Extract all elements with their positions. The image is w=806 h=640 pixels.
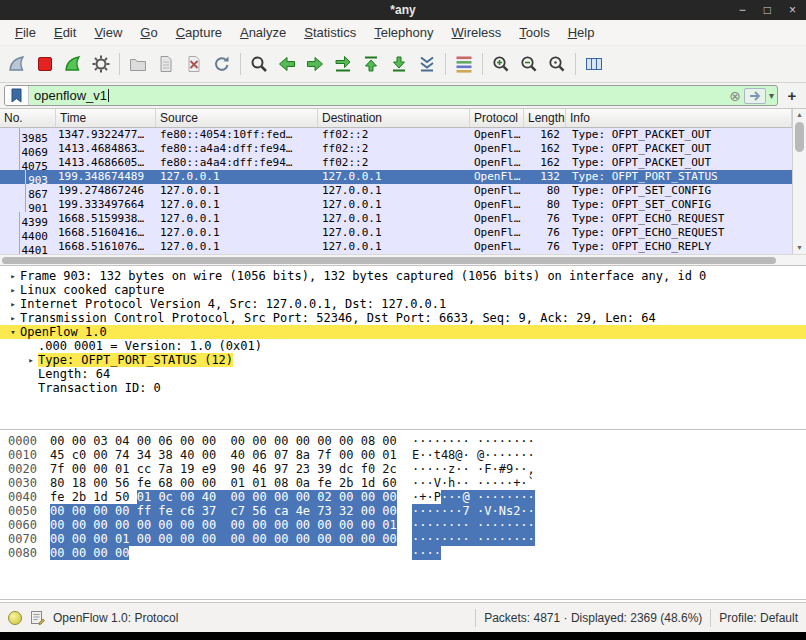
packet-row[interactable]: 44001668.5160416…127.0.0.1127.0.0.1OpenF…	[0, 226, 792, 240]
column-time[interactable]: Time	[56, 109, 156, 127]
filter-toolbar: openflow_v1 ⊗ ▾ +	[0, 83, 806, 109]
expander-placeholder	[24, 381, 38, 395]
go-to-packet-button[interactable]	[329, 50, 357, 78]
expander-collapsed-icon[interactable]	[6, 311, 20, 325]
detail-line-openflow[interactable]: OpenFlow 1.0	[0, 325, 806, 339]
hex-row[interactable]: 000000 00 03 04 00 06 00 00 00 00 00 00 …	[0, 434, 806, 448]
expander-collapsed-icon[interactable]	[6, 297, 20, 311]
stop-square-icon	[35, 54, 55, 74]
close-icon[interactable]: ×	[789, 0, 796, 20]
open-file-button[interactable]	[124, 50, 152, 78]
menu-analyze[interactable]: Analyze	[231, 22, 295, 43]
detail-line-version[interactable]: .000 0001 = Version: 1.0 (0x01)	[0, 339, 806, 353]
filter-bookmark-button[interactable]	[5, 86, 29, 105]
menu-edit[interactable]: Edit	[45, 22, 85, 43]
titlebar[interactable]: *any − □ ×	[0, 0, 806, 20]
packet-row[interactable]: 867199.274867246127.0.0.1127.0.0.1OpenFl…	[0, 184, 792, 198]
expander-collapsed-icon[interactable]	[6, 269, 20, 283]
restart-capture-button[interactable]	[59, 50, 87, 78]
zoom-in-button[interactable]	[487, 50, 515, 78]
expander-collapsed-icon[interactable]	[24, 353, 38, 367]
horizontal-scrollbar[interactable]	[0, 254, 806, 266]
hex-row[interactable]: 00207f 00 00 01 cc 7a 19 e9 90 46 97 23 …	[0, 462, 806, 476]
packet-row[interactable]: 39851347.9322477…fe80::4054:10ff:fed…ff0…	[0, 128, 792, 142]
packet-row-selected[interactable]: 903199.348674489127.0.0.1127.0.0.1OpenFl…	[0, 170, 792, 184]
menu-tools[interactable]: Tools	[510, 22, 558, 43]
packet-row[interactable]: 901199.333497664127.0.0.1127.0.0.1OpenFl…	[0, 198, 792, 212]
column-info[interactable]: Info	[566, 109, 792, 127]
menu-statistics[interactable]: Statistics	[295, 22, 365, 43]
scroll-up-icon[interactable]	[793, 109, 806, 121]
close-file-button[interactable]	[180, 50, 208, 78]
menu-wireless[interactable]: Wireless	[443, 22, 511, 43]
go-back-button[interactable]	[273, 50, 301, 78]
menu-view[interactable]: View	[85, 22, 131, 43]
stop-capture-button[interactable]	[31, 50, 59, 78]
hex-row[interactable]: 007000 00 00 01 00 00 00 00 00 00 00 00 …	[0, 532, 806, 546]
detail-line-transaction-id[interactable]: Transaction ID: 0	[0, 381, 806, 395]
go-forward-button[interactable]	[301, 50, 329, 78]
packet-counts: Packets: 4871 · Displayed: 2369 (48.6%)	[484, 611, 702, 625]
column-destination[interactable]: Destination	[318, 109, 470, 127]
hex-row[interactable]: 0040fe 2b 1d 50 01 0c 00 40 00 00 00 00 …	[0, 490, 806, 504]
packet-row[interactable]: 40751413.4686605…fe80::a4a4:dff:fe94…ff0…	[0, 156, 792, 170]
menu-telephony[interactable]: Telephony	[365, 22, 442, 43]
packet-row[interactable]: 43991668.5159938…127.0.0.1127.0.0.1OpenF…	[0, 212, 792, 226]
column-length[interactable]: Length	[524, 109, 566, 127]
menu-capture[interactable]: Capture	[167, 22, 231, 43]
first-packet-button[interactable]	[357, 50, 385, 78]
filter-dropdown-icon[interactable]: ▾	[769, 90, 774, 101]
detail-line-linux-cooked[interactable]: Linux cooked capture	[0, 283, 806, 297]
hex-row[interactable]: 001045 c0 00 74 34 38 40 00 40 06 07 8a …	[0, 448, 806, 462]
menu-file[interactable]: File	[6, 22, 45, 43]
column-no[interactable]: No.	[0, 109, 56, 127]
scrollbar-thumb[interactable]	[2, 257, 776, 264]
detail-line-length[interactable]: Length: 64	[0, 367, 806, 381]
packet-row[interactable]: 44011668.5161076…127.0.0.1127.0.0.1OpenF…	[0, 240, 792, 254]
last-packet-button[interactable]	[385, 50, 413, 78]
start-capture-button[interactable]	[3, 50, 31, 78]
status-separator	[710, 609, 711, 627]
vertical-scrollbar[interactable]	[792, 109, 806, 254]
toolbar-separator	[482, 53, 483, 75]
profile-status[interactable]: Profile: Default	[719, 611, 798, 625]
capture-comment-icon[interactable]	[30, 610, 45, 625]
zoom-original-button[interactable]	[543, 50, 571, 78]
detail-line-ip[interactable]: Internet Protocol Version 4, Src: 127.0.…	[0, 297, 806, 311]
add-filter-button[interactable]: +	[782, 86, 802, 106]
hex-row[interactable]: 003080 18 00 56 fe 68 00 00 01 01 08 0a …	[0, 476, 806, 490]
arrow-right-icon	[305, 54, 325, 74]
hex-row[interactable]: 005000 00 00 00 ff fe c6 37 c7 56 ca 4e …	[0, 504, 806, 518]
packet-row[interactable]: 40691413.4684863…fe80::a4a4:dff:fe94…ff0…	[0, 142, 792, 156]
menu-go[interactable]: Go	[131, 22, 166, 43]
scrollbar-thumb[interactable]	[795, 122, 804, 152]
expander-expanded-icon[interactable]	[6, 325, 20, 339]
auto-scroll-button[interactable]	[413, 50, 441, 78]
toolbar-separator	[240, 53, 241, 75]
clear-filter-icon[interactable]: ⊗	[729, 89, 741, 103]
menu-help[interactable]: Help	[559, 22, 604, 43]
zoom-out-icon	[519, 54, 539, 74]
reload-file-button[interactable]	[208, 50, 236, 78]
detail-line-type[interactable]: Type: OFPT_PORT_STATUS (12)	[0, 353, 806, 367]
expander-collapsed-icon[interactable]	[6, 283, 20, 297]
expert-info-icon[interactable]	[8, 611, 22, 625]
column-source[interactable]: Source	[156, 109, 318, 127]
capture-options-button[interactable]	[87, 50, 115, 78]
resize-columns-button[interactable]	[580, 50, 608, 78]
scroll-down-icon[interactable]	[793, 242, 806, 254]
column-protocol[interactable]: Protocol	[470, 109, 524, 127]
detail-line-tcp[interactable]: Transmission Control Protocol, Src Port:…	[0, 311, 806, 325]
display-filter-input[interactable]: openflow_v1 ⊗ ▾	[4, 85, 778, 106]
zoom-out-button[interactable]	[515, 50, 543, 78]
colorize-packets-button[interactable]	[450, 50, 478, 78]
minimize-icon[interactable]: −	[739, 0, 746, 20]
find-packet-button[interactable]	[245, 50, 273, 78]
maximize-icon[interactable]: □	[764, 0, 771, 20]
hex-row[interactable]: 006000 00 00 00 00 00 00 00 00 00 00 00 …	[0, 518, 806, 532]
hex-row[interactable]: 008000 00 00 00····	[0, 546, 806, 560]
detail-line-frame[interactable]: Frame 903: 132 bytes on wire (1056 bits)…	[0, 269, 806, 283]
arrow-left-icon	[277, 54, 297, 74]
save-file-button[interactable]	[152, 50, 180, 78]
apply-filter-button[interactable]	[744, 88, 766, 104]
